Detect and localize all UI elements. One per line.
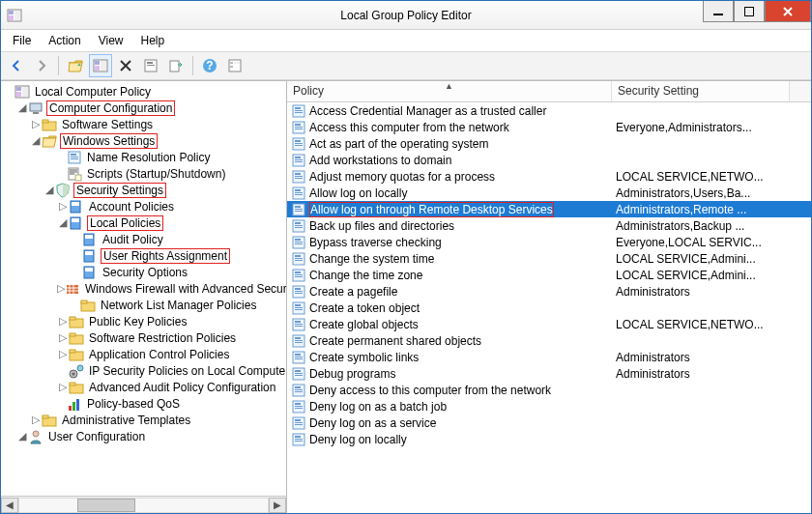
policy-name: Add workstations to domain: [309, 154, 451, 167]
tree-user-rights[interactable]: User Rights Assignment: [1, 247, 286, 264]
policy-row[interactable]: Create a token object: [287, 300, 811, 316]
tree-user-config[interactable]: ◢User Configuration: [1, 428, 286, 444]
tree-ip-security[interactable]: IP Security Policies on Local Computer: [1, 362, 286, 379]
tree-software-settings[interactable]: ▷Software Settings: [1, 116, 286, 132]
policy-name: Debug programs: [309, 367, 395, 381]
tree-network-list[interactable]: Network List Manager Policies: [1, 297, 286, 313]
tree-windows-settings[interactable]: ◢Windows Settings: [1, 132, 286, 149]
help-button[interactable]: ?: [198, 54, 221, 77]
chevron-right-icon[interactable]: ▷: [57, 348, 69, 360]
menu-help[interactable]: Help: [133, 32, 173, 49]
policy-row[interactable]: Deny log on as a service: [287, 414, 811, 431]
folder-icon: [42, 117, 57, 132]
chevron-right-icon[interactable]: ▷: [57, 315, 69, 328]
tree-label: Windows Firewall with Advanced Security: [83, 282, 286, 296]
tree-name-resolution[interactable]: Name Resolution Policy: [1, 149, 286, 165]
policy-row[interactable]: Debug programsAdministrators: [287, 365, 811, 382]
policy-row[interactable]: Access Credential Manager as a trusted c…: [287, 102, 811, 119]
policy-row[interactable]: Create permanent shared objects: [287, 332, 811, 349]
content: Local Computer Policy ◢Computer Configur…: [1, 80, 811, 513]
column-security[interactable]: Security Setting: [612, 81, 790, 101]
chevron-down-icon[interactable]: ◢: [16, 101, 28, 114]
policy-name: Allow log on locally: [309, 186, 407, 200]
menu-action[interactable]: Action: [41, 32, 88, 49]
policy-row[interactable]: Act as part of the operating system: [287, 135, 811, 152]
tree-security-options[interactable]: Security Options: [1, 264, 286, 280]
chevron-down-icon[interactable]: ◢: [44, 184, 55, 196]
tree-application-control[interactable]: ▷Application Control Policies: [1, 346, 286, 362]
horizontal-scrollbar[interactable]: ◀ ▶: [1, 496, 286, 513]
person-icon: [28, 429, 44, 444]
properties-button[interactable]: [139, 54, 162, 77]
back-button[interactable]: [5, 54, 28, 77]
svg-rect-21: [713, 14, 723, 15]
policy-row[interactable]: Deny access to this computer from the ne…: [287, 382, 811, 398]
scroll-left-button[interactable]: ◀: [1, 498, 18, 513]
svg-rect-22: [744, 7, 754, 16]
column-policy[interactable]: Policy▲: [287, 81, 612, 101]
scroll-thumb[interactable]: [77, 499, 135, 512]
policy-row[interactable]: Deny log on locally: [287, 431, 811, 447]
scroll-right-button[interactable]: ▶: [269, 498, 286, 513]
policy-row[interactable]: Change the time zoneLOCAL SERVICE,Admini…: [287, 267, 811, 283]
shield-icon: [55, 183, 71, 198]
policy-row[interactable]: Bypass traverse checkingEveryone,LOCAL S…: [287, 234, 811, 250]
tree-local-policies[interactable]: ◢Local Policies: [1, 214, 286, 231]
delete-button[interactable]: [114, 54, 137, 77]
menu-view[interactable]: View: [91, 32, 131, 49]
tree-account-policies[interactable]: ▷Account Policies: [1, 198, 286, 214]
policy-row[interactable]: Deny log on as a batch job: [287, 398, 811, 414]
policy-row[interactable]: Create global objectsLOCAL SERVICE,NETWO…: [287, 316, 811, 332]
policy-icon: [291, 333, 306, 349]
minimize-button[interactable]: [703, 1, 734, 22]
toolbar-separator: [192, 56, 193, 75]
tree-software-restriction[interactable]: ▷Software Restriction Policies: [1, 329, 286, 346]
tree-view[interactable]: Local Computer Policy ◢Computer Configur…: [1, 81, 286, 496]
maximize-button[interactable]: [734, 1, 765, 22]
policy-icon: [291, 317, 306, 332]
tree-computer-config[interactable]: ◢Computer Configuration: [1, 100, 286, 116]
policy-row[interactable]: Adjust memory quotas for a processLOCAL …: [287, 168, 811, 185]
policy-row[interactable]: Create a pagefileAdministrators: [287, 283, 811, 300]
tree-security-settings[interactable]: ◢Security Settings: [1, 182, 286, 198]
tree-scripts[interactable]: Scripts (Startup/Shutdown): [1, 165, 286, 182]
chevron-right-icon[interactable]: ▷: [57, 282, 65, 295]
chevron-down-icon[interactable]: ◢: [30, 134, 42, 147]
chevron-right-icon[interactable]: ▷: [30, 414, 42, 426]
app-icon: [7, 8, 22, 23]
tree-windows-firewall[interactable]: ▷Windows Firewall with Advanced Security: [1, 280, 286, 297]
scroll-track[interactable]: [18, 498, 269, 513]
up-button[interactable]: [64, 54, 87, 77]
tree-root[interactable]: Local Computer Policy: [1, 83, 286, 100]
tree-audit-policy[interactable]: Audit Policy: [1, 231, 286, 247]
tree-admin-templates[interactable]: ▷Administrative Templates: [1, 412, 286, 428]
policy-name: Allow log on through Remote Desktop Serv…: [309, 202, 554, 217]
tree-policy-qos[interactable]: Policy-based QoS: [1, 395, 286, 412]
close-button[interactable]: [765, 1, 811, 22]
tree-label: Public Key Policies: [87, 315, 188, 328]
chevron-right-icon[interactable]: ▷: [57, 331, 69, 344]
policy-row[interactable]: Back up files and directoriesAdministrat…: [287, 217, 811, 234]
chevron-down-icon[interactable]: ◢: [57, 216, 69, 229]
filter-button[interactable]: [223, 54, 246, 77]
policy-row[interactable]: Create symbolic linksAdministrators: [287, 349, 811, 365]
chevron-down-icon[interactable]: ◢: [16, 430, 28, 443]
tree-advanced-audit[interactable]: ▷Advanced Audit Policy Configuration: [1, 379, 286, 395]
forward-button[interactable]: [30, 54, 53, 77]
policy-row[interactable]: Change the system timeLOCAL SERVICE,Admi…: [287, 250, 811, 267]
policy-icon: [291, 169, 306, 185]
policy-icon: [67, 150, 82, 165]
show-hide-tree-button[interactable]: [89, 54, 112, 77]
policy-list[interactable]: Access Credential Manager as a trusted c…: [287, 102, 811, 513]
policy-row[interactable]: Access this computer from the networkEve…: [287, 119, 811, 135]
policy-row[interactable]: Allow log on locallyAdministrators,Users…: [287, 185, 811, 201]
chevron-right-icon[interactable]: ▷: [57, 200, 69, 213]
chevron-right-icon[interactable]: ▷: [57, 381, 69, 393]
policy-name: Back up files and directories: [309, 219, 454, 233]
policy-row[interactable]: Allow log on through Remote Desktop Serv…: [287, 201, 811, 217]
policy-row[interactable]: Add workstations to domain: [287, 152, 811, 168]
tree-public-key[interactable]: ▷Public Key Policies: [1, 313, 286, 329]
menu-file[interactable]: File: [5, 32, 39, 49]
chevron-right-icon[interactable]: ▷: [30, 118, 42, 130]
export-button[interactable]: [164, 54, 188, 77]
